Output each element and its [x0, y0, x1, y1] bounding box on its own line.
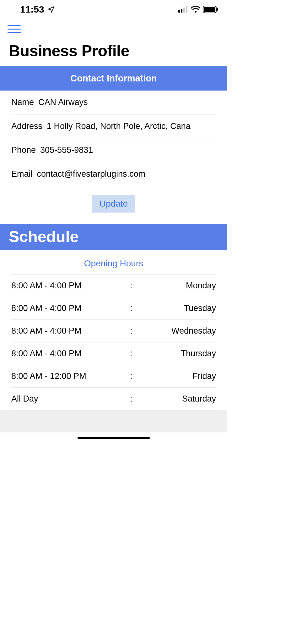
- schedule-time: 8:00 AM - 4:00 PM: [11, 349, 130, 358]
- schedule-row: All Day : Saturday: [11, 387, 216, 410]
- contact-phone-row: Phone 305-555-9831: [11, 138, 216, 162]
- schedule-header: Schedule: [0, 224, 227, 250]
- contact-email-label: Email: [11, 169, 33, 179]
- schedule-time: 8:00 AM - 4:00 PM: [11, 281, 130, 291]
- schedule-day: Thursday: [142, 349, 216, 358]
- contact-address-row: Address 1 Holly Road, North Pole, Arctic…: [11, 114, 216, 138]
- battery-icon: [203, 6, 219, 13]
- hamburger-container: [0, 19, 227, 36]
- svg-rect-0: [178, 10, 180, 13]
- schedule-row: 8:00 AM - 12:00 PM : Friday: [11, 365, 216, 387]
- schedule-row: 8:00 AM - 4:00 PM : Tuesday: [11, 297, 216, 319]
- cellular-signal-icon: [178, 6, 188, 13]
- contact-phone-label: Phone: [11, 145, 36, 155]
- schedule-colon: :: [130, 281, 142, 291]
- schedule-colon: :: [130, 371, 142, 381]
- contact-name-row: Name CAN Airways: [11, 91, 216, 114]
- contact-info-list: Name CAN Airways Address 1 Holly Road, N…: [0, 91, 227, 186]
- schedule-time: 8:00 AM - 4:00 PM: [11, 303, 130, 313]
- update-button-container: Update: [0, 186, 227, 224]
- schedule-time: 8:00 AM - 12:00 PM: [11, 371, 130, 381]
- menu-icon[interactable]: [8, 25, 21, 33]
- contact-info-header: Contact Information: [0, 66, 227, 91]
- svg-rect-1: [181, 9, 182, 13]
- schedule-row: 8:00 AM - 4:00 PM : Thursday: [11, 342, 216, 365]
- contact-name-label: Name: [11, 97, 34, 107]
- schedule-day: Wednesday: [142, 326, 216, 336]
- home-indicator-container: [0, 432, 227, 442]
- contact-address-label: Address: [11, 121, 42, 131]
- status-bar: 11:53: [0, 0, 227, 19]
- svg-point-4: [195, 11, 197, 13]
- svg-rect-6: [204, 7, 215, 12]
- opening-hours-title: Opening Hours: [0, 250, 227, 274]
- contact-name-value: CAN Airways: [38, 97, 88, 107]
- schedule-row: 8:00 AM - 4:00 PM : Monday: [11, 274, 216, 297]
- schedule-row: 8:00 AM - 4:00 PM : Wednesday: [11, 319, 216, 342]
- contact-email-row: Email contact@fivestarplugins.com: [11, 162, 216, 186]
- schedule-colon: :: [130, 303, 142, 313]
- svg-rect-7: [217, 8, 218, 11]
- wifi-icon: [191, 6, 200, 13]
- contact-phone-value: 305-555-9831: [40, 145, 93, 155]
- schedule-day: Saturday: [142, 394, 216, 404]
- schedule-time: All Day: [11, 394, 130, 404]
- home-indicator: [78, 437, 150, 439]
- schedule-list: 8:00 AM - 4:00 PM : Monday 8:00 AM - 4:0…: [0, 274, 227, 410]
- svg-rect-2: [183, 8, 185, 13]
- status-right: [178, 6, 219, 13]
- schedule-day: Friday: [142, 371, 216, 381]
- update-button[interactable]: Update: [92, 195, 135, 213]
- status-left: 11:53: [20, 4, 55, 15]
- schedule-colon: :: [130, 349, 142, 358]
- schedule-colon: :: [130, 326, 142, 336]
- contact-address-value: 1 Holly Road, North Pole, Arctic, Cana: [47, 121, 191, 131]
- schedule-colon: :: [130, 394, 142, 404]
- location-arrow-icon: [47, 6, 55, 13]
- status-time: 11:53: [20, 4, 44, 15]
- schedule-day: Monday: [142, 281, 216, 291]
- page-title: Business Profile: [0, 36, 227, 66]
- bottom-strip: [0, 410, 227, 432]
- schedule-day: Tuesday: [142, 303, 216, 313]
- svg-rect-3: [186, 6, 187, 13]
- schedule-time: 8:00 AM - 4:00 PM: [11, 326, 130, 336]
- contact-email-value: contact@fivestarplugins.com: [37, 169, 146, 179]
